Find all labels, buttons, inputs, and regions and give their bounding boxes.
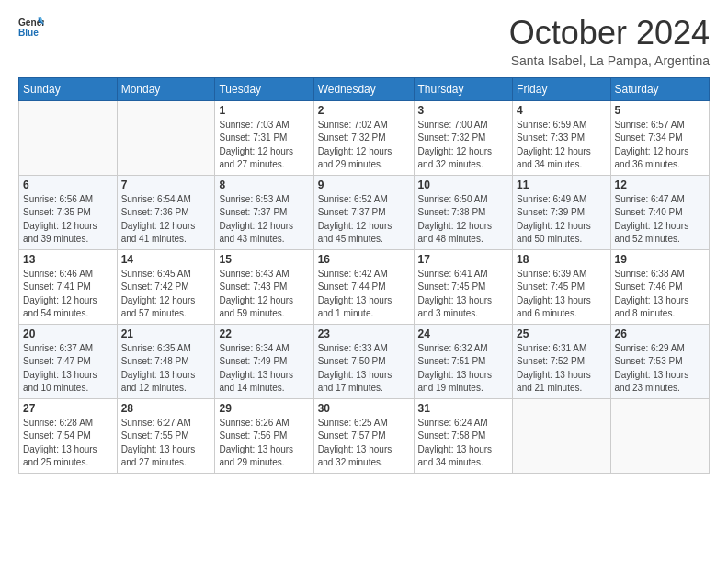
day-info: Sunrise: 6:50 AMSunset: 7:38 PMDaylight:… <box>418 193 509 247</box>
day-number: 5 <box>615 104 705 117</box>
day-info: Sunrise: 6:42 AMSunset: 7:44 PMDaylight:… <box>318 268 410 321</box>
day-number: 25 <box>517 327 606 340</box>
day-number: 9 <box>318 178 410 191</box>
day-number: 14 <box>121 253 211 266</box>
day-info: Sunrise: 7:02 AMSunset: 7:32 PMDaylight:… <box>318 119 410 172</box>
day-number: 13 <box>23 253 113 266</box>
day-number: 30 <box>318 402 410 415</box>
day-number: 6 <box>23 178 113 191</box>
day-info: Sunrise: 6:53 AMSunset: 7:37 PMDaylight:… <box>219 193 309 247</box>
day-number: 7 <box>121 178 211 191</box>
table-row: 26Sunrise: 6:29 AMSunset: 7:53 PMDayligh… <box>610 324 709 398</box>
day-number: 10 <box>418 178 509 191</box>
day-number: 19 <box>615 253 705 266</box>
logo: General Blue <box>18 15 44 40</box>
svg-text:Blue: Blue <box>18 28 39 38</box>
table-row: 27Sunrise: 6:28 AMSunset: 7:54 PMDayligh… <box>19 398 118 473</box>
day-info: Sunrise: 6:33 AMSunset: 7:50 PMDaylight:… <box>318 342 410 396</box>
calendar-week-row: 6Sunrise: 6:56 AMSunset: 7:35 PMDaylight… <box>19 175 710 249</box>
header-saturday: Saturday <box>610 77 709 100</box>
day-number: 8 <box>219 178 309 191</box>
table-row: 9Sunrise: 6:52 AMSunset: 7:37 PMDaylight… <box>313 175 414 249</box>
day-number: 17 <box>418 253 509 266</box>
table-row: 20Sunrise: 6:37 AMSunset: 7:47 PMDayligh… <box>19 324 118 398</box>
table-row: 7Sunrise: 6:54 AMSunset: 7:36 PMDaylight… <box>117 175 215 249</box>
day-number: 24 <box>418 327 509 340</box>
table-row: 15Sunrise: 6:43 AMSunset: 7:43 PMDayligh… <box>215 249 313 324</box>
day-info: Sunrise: 6:52 AMSunset: 7:37 PMDaylight:… <box>318 193 410 247</box>
day-info: Sunrise: 6:43 AMSunset: 7:43 PMDaylight:… <box>219 268 309 321</box>
day-number: 12 <box>615 178 705 191</box>
table-row: 8Sunrise: 6:53 AMSunset: 7:37 PMDaylight… <box>215 175 313 249</box>
day-number: 29 <box>219 402 309 415</box>
day-number: 27 <box>23 402 113 415</box>
table-row: 12Sunrise: 6:47 AMSunset: 7:40 PMDayligh… <box>610 175 709 249</box>
day-info: Sunrise: 6:38 AMSunset: 7:46 PMDaylight:… <box>615 268 705 321</box>
day-number: 3 <box>418 104 509 117</box>
header-sunday: Sunday <box>19 77 118 100</box>
table-row: 31Sunrise: 6:24 AMSunset: 7:58 PMDayligh… <box>414 398 513 473</box>
day-info: Sunrise: 6:59 AMSunset: 7:33 PMDaylight:… <box>517 119 606 172</box>
day-number: 21 <box>121 327 211 340</box>
header-tuesday: Tuesday <box>215 77 313 100</box>
day-info: Sunrise: 6:26 AMSunset: 7:56 PMDaylight:… <box>219 417 309 470</box>
table-row: 13Sunrise: 6:46 AMSunset: 7:41 PMDayligh… <box>19 249 118 324</box>
day-number: 22 <box>219 327 309 340</box>
table-row: 1Sunrise: 7:03 AMSunset: 7:31 PMDaylight… <box>215 100 313 175</box>
table-row: 4Sunrise: 6:59 AMSunset: 7:33 PMDaylight… <box>513 100 610 175</box>
table-row: 5Sunrise: 6:57 AMSunset: 7:34 PMDaylight… <box>610 100 709 175</box>
logo-icon: General Blue <box>18 15 44 40</box>
day-number: 28 <box>121 402 211 415</box>
day-info: Sunrise: 6:41 AMSunset: 7:45 PMDaylight:… <box>418 268 509 321</box>
table-row: 10Sunrise: 6:50 AMSunset: 7:38 PMDayligh… <box>414 175 513 249</box>
day-number: 15 <box>219 253 309 266</box>
table-row: 28Sunrise: 6:27 AMSunset: 7:55 PMDayligh… <box>117 398 215 473</box>
page: General Blue October 2024 Santa Isabel, … <box>0 0 728 488</box>
table-row: 29Sunrise: 6:26 AMSunset: 7:56 PMDayligh… <box>215 398 313 473</box>
day-number: 18 <box>517 253 606 266</box>
table-row <box>513 398 610 473</box>
day-info: Sunrise: 6:32 AMSunset: 7:51 PMDaylight:… <box>418 342 509 396</box>
header-friday: Friday <box>513 77 610 100</box>
table-row: 3Sunrise: 7:00 AMSunset: 7:32 PMDaylight… <box>414 100 513 175</box>
table-row: 23Sunrise: 6:33 AMSunset: 7:50 PMDayligh… <box>313 324 414 398</box>
day-info: Sunrise: 7:03 AMSunset: 7:31 PMDaylight:… <box>219 119 309 172</box>
header-thursday: Thursday <box>414 77 513 100</box>
day-info: Sunrise: 7:00 AMSunset: 7:32 PMDaylight:… <box>418 119 509 172</box>
table-row: 21Sunrise: 6:35 AMSunset: 7:48 PMDayligh… <box>117 324 215 398</box>
day-info: Sunrise: 6:39 AMSunset: 7:45 PMDaylight:… <box>517 268 606 321</box>
day-number: 1 <box>219 104 309 117</box>
day-info: Sunrise: 6:29 AMSunset: 7:53 PMDaylight:… <box>615 342 705 396</box>
table-row: 24Sunrise: 6:32 AMSunset: 7:51 PMDayligh… <box>414 324 513 398</box>
day-number: 16 <box>318 253 410 266</box>
day-number: 20 <box>23 327 113 340</box>
day-number: 4 <box>517 104 606 117</box>
calendar-week-row: 20Sunrise: 6:37 AMSunset: 7:47 PMDayligh… <box>19 324 710 398</box>
day-info: Sunrise: 6:25 AMSunset: 7:57 PMDaylight:… <box>318 417 410 470</box>
day-info: Sunrise: 6:54 AMSunset: 7:36 PMDaylight:… <box>121 193 211 247</box>
header-wednesday: Wednesday <box>313 77 414 100</box>
day-number: 23 <box>318 327 410 340</box>
day-number: 11 <box>517 178 606 191</box>
day-info: Sunrise: 6:57 AMSunset: 7:34 PMDaylight:… <box>615 119 705 172</box>
calendar-week-row: 13Sunrise: 6:46 AMSunset: 7:41 PMDayligh… <box>19 249 710 324</box>
table-row: 14Sunrise: 6:45 AMSunset: 7:42 PMDayligh… <box>117 249 215 324</box>
day-info: Sunrise: 6:37 AMSunset: 7:47 PMDaylight:… <box>23 342 113 396</box>
table-row: 2Sunrise: 7:02 AMSunset: 7:32 PMDaylight… <box>313 100 414 175</box>
day-info: Sunrise: 6:31 AMSunset: 7:52 PMDaylight:… <box>517 342 606 396</box>
calendar-table: Sunday Monday Tuesday Wednesday Thursday… <box>18 77 710 474</box>
day-info: Sunrise: 6:49 AMSunset: 7:39 PMDaylight:… <box>517 193 606 247</box>
subtitle: Santa Isabel, La Pampa, Argentina <box>509 53 710 68</box>
table-row: 17Sunrise: 6:41 AMSunset: 7:45 PMDayligh… <box>414 249 513 324</box>
month-title: October 2024 <box>509 15 710 52</box>
day-number: 31 <box>418 402 509 415</box>
day-info: Sunrise: 6:47 AMSunset: 7:40 PMDaylight:… <box>615 193 705 247</box>
table-row: 30Sunrise: 6:25 AMSunset: 7:57 PMDayligh… <box>313 398 414 473</box>
calendar-week-row: 1Sunrise: 7:03 AMSunset: 7:31 PMDaylight… <box>19 100 710 175</box>
table-row: 6Sunrise: 6:56 AMSunset: 7:35 PMDaylight… <box>19 175 118 249</box>
day-number: 26 <box>615 327 705 340</box>
table-row <box>19 100 118 175</box>
table-row <box>117 100 215 175</box>
day-info: Sunrise: 6:24 AMSunset: 7:58 PMDaylight:… <box>418 417 509 470</box>
header-monday: Monday <box>117 77 215 100</box>
